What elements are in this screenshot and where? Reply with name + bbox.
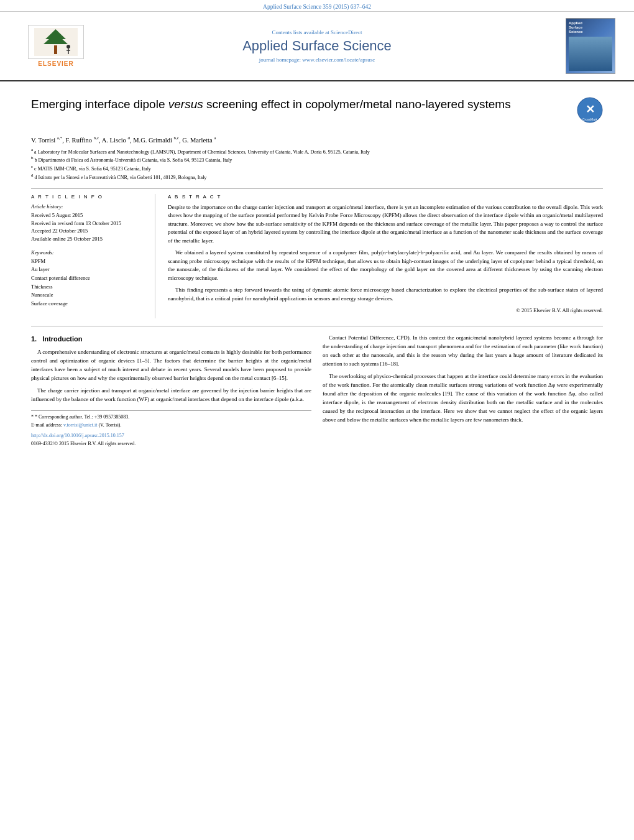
elsevier-logo: ELSEVIER (19, 25, 93, 67)
body-two-columns: 1. Introduction A comprehensive understa… (31, 334, 603, 448)
section-number: 1. (31, 335, 37, 343)
page: Applied Surface Science 359 (2015) 637–6… (0, 0, 634, 840)
article-content: Emerging interface dipole versus screeni… (0, 81, 634, 457)
history-received: Received 5 August 2015 (31, 211, 145, 219)
body-right-column: Contact Potential Difference, CPD). In t… (323, 334, 603, 448)
keyword-surface-coverage: Surface coverage (31, 300, 145, 308)
footnote-email: E-mail address: v.torrisi@unict.it (V. T… (31, 422, 311, 428)
abstract-para-2: We obtained a layered system constituted… (168, 249, 603, 282)
body-left-column: 1. Introduction A comprehensive understa… (31, 334, 311, 448)
footnote-section: * * Corresponding author. Tel.: +39 0957… (31, 410, 311, 448)
section-title: Introduction (42, 335, 82, 343)
affiliations: a a Laboratory for Molecular Surfaces an… (31, 147, 603, 181)
article-info-column: A R T I C L E I N F O Article history: R… (31, 194, 155, 318)
journal-cover-section: AppliedSurfaceScience (541, 18, 615, 74)
section-divider (31, 326, 603, 326)
elsevier-text: ELSEVIER (38, 60, 73, 67)
abstract-label: A B S T R A C T (168, 194, 603, 200)
sciencedirect-link: Contents lists available at ScienceDirec… (93, 29, 541, 35)
journal-cover-image (569, 37, 612, 71)
introduction-heading: 1. Introduction (31, 334, 311, 344)
journal-cover-title: AppliedSurfaceScience (569, 21, 612, 35)
authors-section: V. Torrisi a,*, F. Ruffino b,c, A. Lisci… (31, 136, 603, 181)
journal-homepage: journal homepage: www.elsevier.com/locat… (93, 57, 541, 63)
doi-link[interactable]: http://dx.doi.org/10.1016/j.apsusc.2015.… (31, 432, 311, 440)
article-info-abstract-section: A R T I C L E I N F O Article history: R… (31, 188, 603, 318)
svg-text:CrossMark: CrossMark (582, 118, 598, 121)
keyword-thickness: Thickness (31, 283, 145, 292)
abstract-text: Despite to the importance on the charge … (168, 203, 603, 315)
keyword-cpd: Contact potential difference (31, 274, 145, 283)
intro-para-2: The charge carrier injection and transpo… (31, 387, 311, 404)
affiliation-c: c c MATIS IMM-CNR, via S. Sofia 64, 9512… (31, 164, 603, 172)
keyword-kpfm: KPFM (31, 257, 145, 266)
history-accepted: Accepted 22 October 2015 (31, 227, 145, 235)
article-title-section: Emerging interface dipole versus screeni… (31, 91, 603, 131)
footnote-corresponding: * * Corresponding author. Tel.: +39 0957… (31, 413, 311, 420)
svg-text:✕: ✕ (586, 103, 595, 116)
abstract-para-3: This finding represents a step forward t… (168, 286, 603, 303)
affiliation-a: a a Laboratory for Molecular Surfaces an… (31, 147, 603, 155)
journal-header: ELSEVIER Contents lists available at Sci… (0, 12, 634, 81)
keywords-label: Keywords: (31, 249, 145, 256)
crossmark-icon: ✕ CrossMark (577, 97, 603, 123)
elsevier-logo-section: ELSEVIER (19, 25, 93, 67)
history-revised: Received in revised form 13 October 2015 (31, 219, 145, 228)
article-history-label: Article history: (31, 203, 145, 210)
sciencedirect-prefix: Contents lists available at (272, 29, 329, 35)
abstract-copyright: © 2015 Elsevier B.V. All rights reserved… (168, 307, 603, 315)
intro-para-1: A comprehensive understanding of electro… (31, 348, 311, 383)
elsevier-tree-icon (34, 28, 78, 56)
abstract-column: A B S T R A C T Despite to the importanc… (168, 194, 603, 318)
abstract-para-1: Despite to the importance on the charge … (168, 203, 603, 246)
crossmark-logo: ✕ CrossMark (577, 97, 603, 124)
history-online: Available online 25 October 2015 (31, 235, 145, 243)
homepage-text: journal homepage: (259, 57, 301, 63)
journal-cover: AppliedSurfaceScience (566, 18, 615, 74)
homepage-url[interactable]: www.elsevier.com/locate/apsusc (302, 57, 375, 63)
keyword-au-layer: Au layer (31, 265, 145, 274)
authors-list: V. Torrisi a,*, F. Ruffino b,c, A. Lisci… (31, 136, 603, 144)
journal-top-reference: Applied Surface Science 359 (2015) 637–6… (0, 0, 634, 12)
email-link[interactable]: v.torrisi@unict.it (63, 422, 97, 428)
svg-point-4 (67, 45, 70, 48)
svg-rect-1 (54, 45, 57, 54)
article-title: Emerging interface dipole versus screeni… (31, 97, 511, 113)
journal-header-center: Contents lists available at ScienceDirec… (93, 29, 541, 63)
journal-name: Applied Surface Science (93, 38, 541, 54)
sciencedirect-name[interactable]: ScienceDirect (331, 29, 362, 35)
right-para-1: Contact Potential Difference, CPD). In t… (323, 334, 603, 369)
top-reference-text: Applied Surface Science 359 (2015) 637–6… (263, 4, 371, 10)
affiliation-d: d d Istituto per la Sintesi e la Fotorea… (31, 173, 603, 181)
issn-text: 0169-4332/© 2015 Elsevier B.V. All right… (31, 440, 311, 448)
article-info-label: A R T I C L E I N F O (31, 194, 145, 200)
keyword-nanoscale: Nanoscale (31, 291, 145, 300)
right-para-2: The overlooking of physico-chemical proc… (323, 372, 603, 425)
elsevier-logo-box (28, 25, 84, 59)
affiliation-b: b b Dipartimento di Fisica ed Astronomia… (31, 155, 603, 164)
